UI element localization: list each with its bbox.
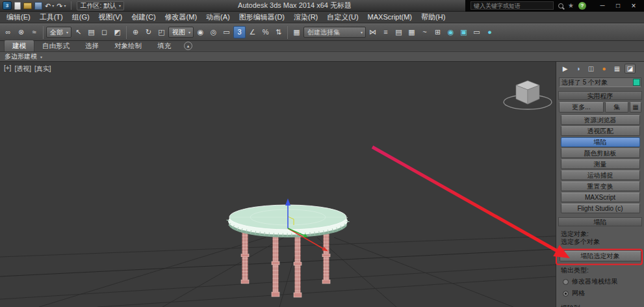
selection-filter-combo[interactable]: 全部 ▾ xyxy=(46,27,71,38)
flight-studio-button[interactable]: Flight Studio (c) xyxy=(561,204,640,213)
render-production-icon[interactable]: ● xyxy=(483,26,496,38)
viewport-pov-menu[interactable]: [透视] xyxy=(14,64,31,73)
minimize-button[interactable]: ─ xyxy=(595,0,610,12)
search-icon[interactable] xyxy=(558,3,563,8)
motion-capture-button[interactable]: 运动捕捉 xyxy=(561,170,640,180)
utilities-config-icon[interactable]: ▦ xyxy=(630,102,641,113)
create-tab-icon[interactable]: ▶ xyxy=(560,64,571,73)
reference-coordinate-combo[interactable]: 视图 ▾ xyxy=(168,27,194,38)
viewport-shading-menu[interactable]: [真实] xyxy=(34,64,51,73)
render-setup-icon[interactable]: ▣ xyxy=(457,26,470,38)
material-editor-icon[interactable]: ◉ xyxy=(444,26,457,38)
motion-tab-icon[interactable]: ● xyxy=(599,64,610,73)
color-clipboard-button[interactable]: 颜色剪贴板 xyxy=(561,148,640,158)
undo-dropdown-icon[interactable]: ▾ xyxy=(52,3,54,8)
collapse-utility-button[interactable]: 塌陷 xyxy=(561,137,640,147)
rect-selection-region-icon[interactable]: ◻ xyxy=(98,26,110,38)
mirror-icon[interactable]: ⋈ xyxy=(367,26,379,38)
maxscript-button[interactable]: MAXScript xyxy=(561,193,640,202)
redo-dropdown-icon[interactable]: ▾ xyxy=(64,3,66,8)
maximize-button[interactable]: □ xyxy=(610,0,626,12)
perspective-viewport[interactable]: [+] [透视] [真实] xyxy=(0,62,556,307)
window-title: Autodesk 3ds Max 2014 x64 无标题 xyxy=(124,1,465,10)
snap-toggle-3d-icon[interactable]: 3 xyxy=(233,26,246,38)
save-file-icon[interactable] xyxy=(34,2,42,10)
graphite-toggle-icon[interactable]: ▦ xyxy=(406,26,418,38)
menu-graph-editors[interactable]: 图形编辑器(D) xyxy=(235,12,289,23)
utilities-tab-icon[interactable]: ◪ xyxy=(625,64,636,73)
radio-icon[interactable] xyxy=(563,279,569,285)
edit-named-sets-icon[interactable]: ▦ xyxy=(290,26,303,38)
search-input[interactable] xyxy=(470,1,554,10)
tab-object-paint[interactable]: 对象绘制 xyxy=(107,40,149,51)
percent-snap-icon[interactable]: % xyxy=(259,26,272,38)
schematic-view-icon[interactable]: ⊞ xyxy=(431,26,444,38)
tab-selection[interactable]: 选择 xyxy=(77,40,107,51)
menu-views[interactable]: 视图(V) xyxy=(94,12,127,23)
curve-editor-icon[interactable]: ~ xyxy=(419,26,431,38)
menu-modifiers[interactable]: 修改器(M) xyxy=(161,12,202,23)
object-color-swatch xyxy=(633,79,640,86)
select-and-link-icon[interactable]: ∞ xyxy=(2,26,14,38)
modify-tab-icon[interactable]: ◑ xyxy=(573,64,584,73)
tab-populate[interactable]: 填充 xyxy=(149,40,179,51)
select-and-rotate-icon[interactable]: ↻ xyxy=(142,26,155,38)
layer-manager-icon[interactable]: ▤ xyxy=(393,26,405,38)
select-and-manipulate-icon[interactable]: ◎ xyxy=(207,26,220,38)
tab-modeling[interactable]: 建模 xyxy=(4,40,34,51)
menu-rendering[interactable]: 渲染(R) xyxy=(289,12,322,23)
measure-button[interactable]: 测量 xyxy=(561,159,640,169)
menu-animation[interactable]: 动画(A) xyxy=(201,12,235,23)
collapse-selected-button[interactable]: 塌陷选定对象 xyxy=(560,251,641,261)
bind-to-space-warp-icon[interactable]: ≈ xyxy=(28,26,40,38)
unlink-selection-icon[interactable]: ⊗ xyxy=(15,26,27,38)
viewport-canvas[interactable] xyxy=(0,62,556,307)
viewcube[interactable] xyxy=(504,81,552,109)
menu-customize[interactable]: 自定义(U) xyxy=(322,12,363,23)
redo-icon[interactable]: ↷ xyxy=(57,1,62,11)
output-option-modifier-stack[interactable]: 修改器堆栈结果 xyxy=(556,277,644,286)
close-button[interactable]: × xyxy=(626,0,641,12)
rendered-frame-icon[interactable]: ▭ xyxy=(470,26,483,38)
help-icon[interactable]: ? xyxy=(578,2,586,10)
select-object-icon[interactable]: ↖ xyxy=(72,26,84,38)
favorites-star-icon[interactable]: ★ xyxy=(568,2,574,9)
keyboard-override-icon[interactable]: ▭ xyxy=(220,26,233,38)
align-icon[interactable]: ≡ xyxy=(380,26,392,38)
menu-maxscript[interactable]: MAXScript(M) xyxy=(363,12,417,23)
perspective-match-button[interactable]: 透视匹配 xyxy=(561,126,640,136)
use-pivot-center-icon[interactable]: ◉ xyxy=(194,26,207,38)
hierarchy-tab-icon[interactable]: ◫ xyxy=(586,64,597,73)
asset-browser-button[interactable]: 资源浏览器 xyxy=(561,115,640,125)
select-by-name-icon[interactable]: ▤ xyxy=(85,26,97,38)
menu-help[interactable]: 帮助(H) xyxy=(417,12,450,23)
tab-freeform[interactable]: 自由形式 xyxy=(34,40,77,51)
named-selection-sets-combo[interactable]: 创建选择集 ▾ xyxy=(303,27,366,38)
more-utilities-button[interactable]: 更多... xyxy=(559,102,604,113)
select-and-scale-icon[interactable]: ◰ xyxy=(155,26,168,38)
open-file-icon[interactable] xyxy=(23,3,32,9)
utilities-rollout-header[interactable]: 实用程序 xyxy=(558,91,642,100)
polygon-modeling-panel[interactable]: 多边形建模 xyxy=(5,52,37,61)
menu-edit[interactable]: 编辑(E) xyxy=(2,12,35,23)
main-toolbar: ∞ ⊗ ≈ 全部 ▾ ↖ ▤ ◻ ◩ ⊕ ↻ ◰ 视图 ▾ ◉ ◎ ▭ 3 ∠ … xyxy=(0,23,644,41)
display-tab-icon[interactable]: ▦ xyxy=(612,64,623,73)
ribbon-minimize-icon[interactable]: ▴ xyxy=(184,42,192,50)
viewport-general-menu[interactable]: [+] xyxy=(4,64,11,73)
window-crossing-icon[interactable]: ◩ xyxy=(111,26,123,38)
select-and-move-icon[interactable]: ⊕ xyxy=(129,26,142,38)
reset-xform-button[interactable]: 重置变换 xyxy=(561,181,640,191)
utility-sets-button[interactable]: 集 xyxy=(605,102,628,113)
menu-tools[interactable]: 工具(T) xyxy=(35,12,68,23)
menu-group[interactable]: 组(G) xyxy=(68,12,94,23)
collapse-rollout-header[interactable]: 塌陷 xyxy=(558,217,642,226)
output-option-mesh[interactable]: 网格 xyxy=(556,289,644,298)
app-logo-icon[interactable]: 3 xyxy=(3,1,12,10)
new-file-icon[interactable] xyxy=(14,2,21,10)
workspace-combo[interactable]: 工作区: 默认 ▾ xyxy=(77,1,124,10)
angle-snap-icon[interactable]: ∠ xyxy=(246,26,259,38)
undo-icon[interactable]: ↶ xyxy=(45,1,51,11)
spinner-snap-icon[interactable]: ⇅ xyxy=(272,26,285,38)
radio-selected-icon[interactable] xyxy=(563,291,569,297)
menu-create[interactable]: 创建(C) xyxy=(127,12,160,23)
